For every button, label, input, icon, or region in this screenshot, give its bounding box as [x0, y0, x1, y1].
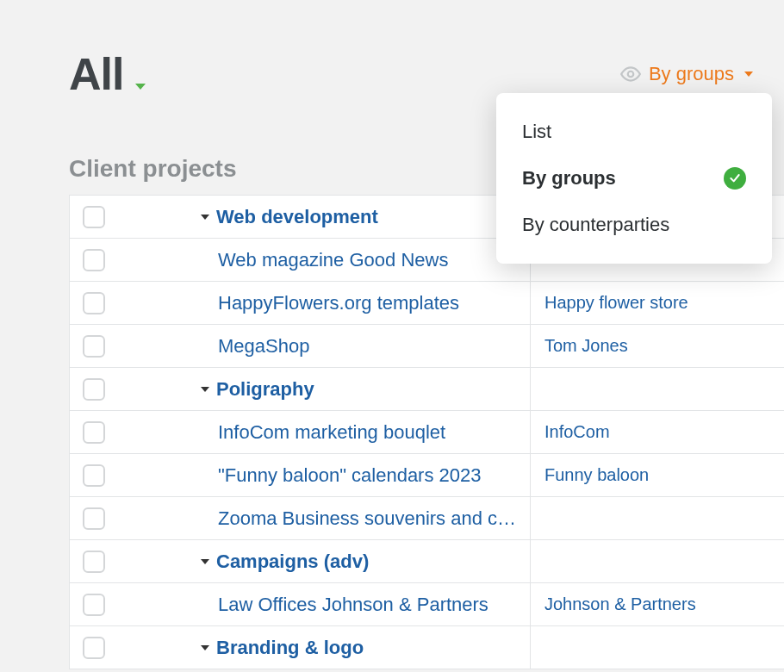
checkbox-cell [70, 594, 118, 616]
group-row[interactable]: Poligraphy [69, 368, 784, 411]
row-main-cell: MegaShop [118, 327, 530, 366]
project-label[interactable]: Zooma Business souvenirs and cards [218, 507, 523, 530]
counterparty-cell[interactable]: Funny baloon [530, 454, 784, 496]
chevron-down-icon[interactable] [201, 215, 209, 220]
chevron-down-icon[interactable] [201, 387, 209, 392]
eye-icon [619, 63, 642, 85]
dropdown-item[interactable]: By counterparties [496, 202, 772, 248]
chevron-down-icon[interactable] [201, 559, 209, 564]
project-row[interactable]: InfoCom marketing bouqletInfoCom [69, 411, 784, 454]
checkbox-cell [70, 637, 118, 659]
row-checkbox[interactable] [83, 249, 105, 271]
row-main-cell: Branding & logo [118, 628, 530, 668]
counterparty-label: Funny baloon [544, 465, 649, 485]
view-mode-switch[interactable]: By groups [619, 63, 753, 85]
view-mode-label: By groups [649, 63, 734, 85]
counterparty-cell[interactable]: InfoCom [530, 411, 784, 453]
row-checkbox[interactable] [83, 464, 105, 487]
dropdown-item-label: By counterparties [522, 214, 669, 236]
checkbox-cell [70, 421, 118, 444]
dropdown-item[interactable]: List [496, 109, 772, 155]
project-label[interactable]: InfoCom marketing bouqlet [218, 421, 445, 444]
counterparty-cell [530, 368, 784, 410]
row-checkbox[interactable] [83, 206, 105, 228]
project-label[interactable]: Web magazine Good News [218, 249, 448, 271]
chevron-down-icon[interactable] [201, 645, 209, 650]
counterparty-cell[interactable]: Johnson & Partners [530, 583, 784, 625]
counterparty-label: Happy flower store [544, 293, 688, 313]
checkbox-cell [70, 378, 118, 401]
row-main-cell: HappyFlowers.org templates [118, 283, 530, 323]
project-label[interactable]: HappyFlowers.org templates [218, 292, 459, 314]
checkbox-cell [70, 551, 118, 573]
checkbox-cell [70, 335, 118, 358]
checkbox-cell [70, 464, 118, 487]
projects-table: Web developmentWeb magazine Good NewsHap… [69, 195, 784, 669]
project-label[interactable]: Law Offices Johnson & Partners [218, 594, 488, 616]
chevron-down-icon [135, 84, 146, 90]
check-icon [724, 167, 746, 190]
row-main-cell: Poligraphy [118, 370, 530, 409]
row-checkbox[interactable] [83, 335, 105, 358]
group-label[interactable]: Web development [216, 206, 378, 228]
counterparty-label: Johnson & Partners [544, 594, 696, 614]
project-label[interactable]: MegaShop [218, 335, 309, 358]
project-row[interactable]: "Funny baloon" calendars 2023Funny baloo… [69, 454, 784, 497]
row-main-cell: Zooma Business souvenirs and cards [118, 499, 530, 538]
checkbox-cell [70, 249, 118, 271]
counterparty-cell[interactable]: Tom Jones [530, 325, 784, 367]
dropdown-item-label: List [522, 121, 551, 143]
group-row[interactable]: Branding & logo [69, 626, 784, 669]
checkbox-cell [70, 507, 118, 530]
row-checkbox[interactable] [83, 292, 105, 314]
checkbox-cell [70, 206, 118, 228]
counterparty-cell [530, 626, 784, 669]
dropdown-item[interactable]: By groups [496, 155, 772, 202]
group-label[interactable]: Campaigns (adv) [216, 551, 369, 573]
group-label[interactable]: Poligraphy [216, 378, 314, 401]
row-checkbox[interactable] [83, 551, 105, 573]
row-checkbox[interactable] [83, 507, 105, 530]
counterparty-label: Tom Jones [544, 336, 628, 356]
row-checkbox[interactable] [83, 421, 105, 444]
chevron-down-icon [744, 72, 753, 77]
row-main-cell: Web magazine Good News [118, 240, 530, 280]
page-title-group[interactable]: All [69, 48, 146, 100]
row-main-cell: Campaigns (adv) [118, 542, 530, 582]
group-label[interactable]: Branding & logo [216, 637, 364, 659]
counterparty-label: InfoCom [544, 422, 610, 442]
project-label[interactable]: "Funny baloon" calendars 2023 [218, 464, 482, 487]
project-row[interactable]: HappyFlowers.org templatesHappy flower s… [69, 282, 784, 325]
row-checkbox[interactable] [83, 594, 105, 616]
row-checkbox[interactable] [83, 378, 105, 401]
project-row[interactable]: MegaShopTom Jones [69, 325, 784, 368]
page-title: All [69, 48, 123, 100]
project-row[interactable]: Law Offices Johnson & PartnersJohnson & … [69, 583, 784, 626]
counterparty-cell [530, 540, 784, 582]
view-mode-dropdown: ListBy groupsBy counterparties [496, 93, 772, 264]
project-row[interactable]: Zooma Business souvenirs and cards [69, 497, 784, 540]
counterparty-cell[interactable]: Happy flower store [530, 282, 784, 324]
row-main-cell: Law Offices Johnson & Partners [118, 585, 530, 625]
svg-point-0 [628, 72, 634, 78]
row-main-cell: InfoCom marketing bouqlet [118, 413, 530, 452]
counterparty-cell [530, 497, 784, 539]
row-main-cell: Web development [118, 197, 530, 237]
row-main-cell: "Funny baloon" calendars 2023 [118, 456, 530, 495]
group-row[interactable]: Campaigns (adv) [69, 540, 784, 583]
row-checkbox[interactable] [83, 637, 105, 659]
checkbox-cell [70, 292, 118, 314]
dropdown-item-label: By groups [522, 167, 616, 190]
